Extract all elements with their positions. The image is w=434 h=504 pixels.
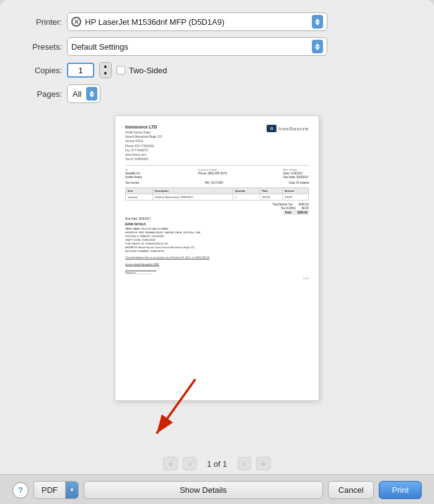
doc-signature: Signature ___________ — [125, 271, 156, 274]
doc-total-before-tax-label: Total Before Tax — [273, 203, 293, 206]
doc-page-number: 1 of 1 — [125, 277, 309, 280]
first-page-button[interactable]: « — [163, 457, 178, 470]
doc-tax-row: Tax (0.00%) $0.00 — [281, 207, 309, 210]
two-sided-label: Two-Sided — [129, 66, 167, 75]
copies-row: Copies: 1 ▲ ▼ Two-Sided — [19, 62, 415, 78]
doc-divider-1 — [125, 165, 309, 166]
doc-to-country: United States — [125, 176, 142, 179]
doc-phone: Phone: 972-773310041 — [125, 145, 154, 148]
last-page-button[interactable]: » — [256, 457, 271, 470]
doc-total-before-tax-row: Total Before Tax $260.00 — [273, 203, 309, 206]
pagination-row: « ‹ 1 of 1 › » — [163, 451, 271, 474]
doc-company-details: Azrieli Sarona Tower Derech Menachem Beg… — [125, 130, 162, 161]
doc-tax-invoice-label: Tax Invoice — [125, 181, 140, 184]
doc-copy-label: Copy Of original — [289, 181, 309, 184]
copies-increment-button[interactable]: ▲ — [100, 63, 111, 70]
doc-due-date: Due Date: 30/6/2017 — [125, 217, 309, 220]
doc-cell-amount: 260.00 — [283, 194, 309, 200]
pages-row: Pages: All — [19, 84, 415, 103]
help-button[interactable]: ? — [12, 482, 29, 498]
presets-row: Presets: Default Settings — [19, 37, 415, 56]
table-row: Instalone Instalone Advertising 1-30/06/… — [126, 194, 309, 200]
show-details-button[interactable]: Show Details — [84, 481, 323, 499]
doc-invoice-row: Tax Invoice INV_IS171462 Copy Of origina… — [125, 181, 309, 184]
doc-more-label: More Details — [283, 168, 309, 171]
doc-table: Item Description Quantity Rate Amount In… — [125, 187, 309, 200]
doc-cell-qty: 1 — [233, 194, 260, 200]
copies-label: Copies: — [19, 66, 62, 75]
document-preview: Ironsource LTD Azrieli Sarona Tower Dere… — [115, 115, 319, 401]
pdf-main-button[interactable]: PDF — [34, 482, 66, 498]
doc-table-header-row: Item Description Quantity Rate Amount — [126, 188, 309, 194]
doc-bank-details: BANK DETAILS BANK NAME: SILICON VALLEY B… — [125, 223, 309, 253]
two-sided-checkbox[interactable] — [117, 66, 125, 74]
pdf-dropdown-button[interactable] — [66, 482, 78, 498]
doc-customer-label: Customer Details — [198, 168, 227, 171]
doc-date: Date: 11/6/2017 — [283, 172, 309, 175]
printer-dropdown-chevron[interactable] — [312, 15, 323, 29]
next-page-button[interactable]: › — [237, 457, 251, 470]
doc-cell-rate: 260.00 — [260, 194, 283, 200]
pages-dropdown-chevron[interactable] — [86, 87, 97, 101]
form-area: Printer: ✕ HP LaserJet M1536dnf MFP (D5D… — [0, 0, 434, 109]
pages-label: Pages: — [19, 89, 62, 99]
doc-header: Ironsource LTD Azrieli Sarona Tower Dere… — [125, 125, 309, 161]
doc-invoice-number: INV_IS171462 — [205, 181, 223, 184]
bottom-bar: ? PDF Show Details Cancel Print — [0, 474, 434, 504]
prev-page-button[interactable]: ‹ — [183, 457, 197, 470]
doc-account-num: ACCOUNT NUMBER: 3308009736 — [125, 250, 309, 253]
doc-fax: Fax: 077-5448273 — [125, 149, 148, 152]
cancel-button[interactable]: Cancel — [328, 481, 374, 499]
pages-value: All — [70, 89, 84, 99]
preview-area: Ironsource LTD Azrieli Sarona Tower Dere… — [0, 109, 434, 474]
doc-col-item: Item — [126, 188, 153, 194]
doc-col-amount: Amount — [283, 188, 309, 194]
doc-logo: IS ironSource — [267, 125, 309, 132]
doc-to-company: Readdle Inc. — [125, 172, 142, 175]
doc-due-date-header: Due Date: 30/9/2017 — [283, 176, 309, 179]
doc-cell-item: Instalone — [126, 194, 153, 200]
doc-col-quantity: Quantity — [233, 188, 260, 194]
doc-bank-title: BANK DETAILS — [125, 223, 309, 227]
doc-total-before-tax-value: $260.00 — [299, 203, 309, 206]
doc-tax: Tax Id: 514842625 — [125, 158, 148, 161]
preview-wrapper: Ironsource LTD Azrieli Sarona Tower Dere… — [115, 115, 319, 401]
printer-select[interactable]: ✕ HP LaserJet M1536dnf MFP (D5D1A9) — [67, 12, 327, 31]
copies-stepper[interactable]: ▲ ▼ — [99, 62, 112, 78]
pages-select[interactable]: All — [67, 84, 100, 103]
printer-name-display: ✕ HP LaserJet M1536dnf MFP (D5D1A9) — [71, 17, 224, 27]
print-button[interactable]: Print — [379, 481, 422, 499]
doc-footer-note: The total balance due on our books, as o… — [125, 256, 309, 259]
presets-select[interactable]: Default Settings — [67, 37, 327, 56]
presets-value: Default Settings — [71, 42, 312, 52]
doc-tax-value: $0.00 — [302, 207, 309, 210]
doc-logo-icon: IS — [267, 125, 277, 132]
doc-company-info: Ironsource LTD Azrieli Sarona Tower Dere… — [125, 125, 162, 161]
doc-logo-text: ironSource — [278, 126, 309, 132]
doc-web: www.ironsrc.com — [125, 153, 146, 156]
doc-cell-desc: Instalone Advertising 1-30/06/2017 — [153, 194, 232, 200]
doc-more-col: More Details Date: 11/6/2017 Due Date: 3… — [283, 168, 309, 179]
two-sided-row: Two-Sided — [117, 66, 167, 75]
printer-label: Printer: — [19, 17, 62, 27]
copies-decrement-button[interactable]: ▼ — [100, 70, 111, 78]
doc-footer-note2: Invoice should be paid in USD. — [125, 263, 309, 266]
doc-customer-col: Customer Details Phone: (800) 955-0579 — [198, 168, 227, 179]
page-indicator: 1 of 1 — [202, 459, 232, 469]
doc-tax-label: Tax (0.00%) — [281, 207, 296, 210]
doc-customer-phone: Phone: (800) 955-0579 — [198, 172, 227, 175]
copies-input[interactable]: 1 — [67, 63, 94, 78]
doc-col-description: Description — [153, 188, 232, 194]
printer-status-icon: ✕ — [71, 17, 81, 27]
pdf-button-group: PDF — [33, 481, 79, 499]
doc-company-name: Ironsource LTD — [125, 125, 162, 129]
doc-totals: Total Before Tax $260.00 Tax (0.00%) $0.… — [125, 203, 309, 215]
doc-total-row: Total $260.00 — [283, 210, 309, 215]
presets-dropdown-chevron[interactable] — [312, 40, 323, 53]
doc-to-col: To Readdle Inc. United States — [125, 168, 142, 179]
doc-total-label: Total — [285, 211, 291, 214]
doc-to-label: To — [125, 168, 142, 171]
doc-total-value: $260.00 — [298, 211, 308, 214]
printer-row: Printer: ✕ HP LaserJet M1536dnf MFP (D5D… — [19, 12, 415, 31]
doc-billing-row: To Readdle Inc. United States Customer D… — [125, 168, 309, 179]
